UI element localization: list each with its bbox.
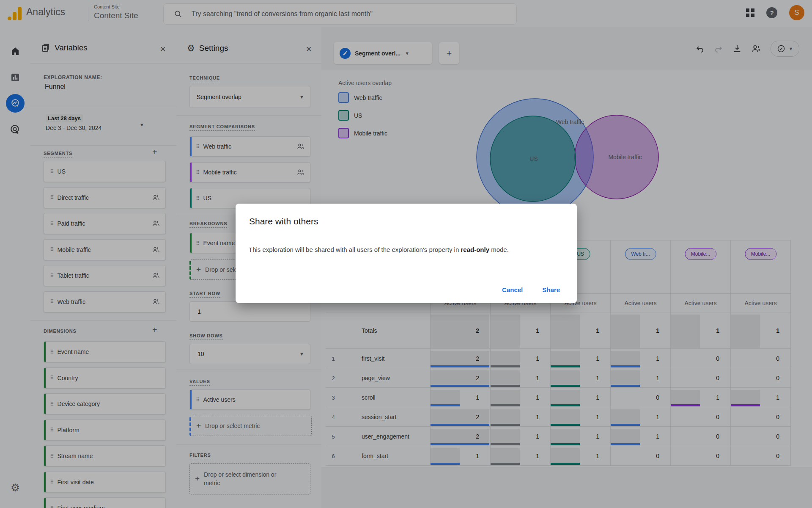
dialog-title: Share with others [249,216,318,226]
share-dialog: Share with others This exploration will … [236,204,577,303]
dialog-body: This exploration will be shared with all… [249,246,562,253]
cancel-button[interactable]: Cancel [495,282,529,297]
share-button[interactable]: Share [535,282,567,297]
